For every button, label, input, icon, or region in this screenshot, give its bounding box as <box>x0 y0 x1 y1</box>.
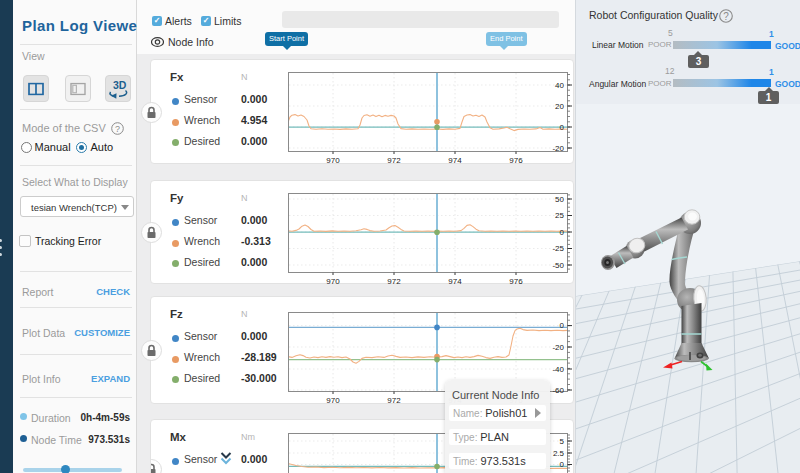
svg-text:972: 972 <box>387 396 401 405</box>
svg-text:976: 976 <box>509 277 523 286</box>
svg-text:0: 0 <box>560 460 565 469</box>
svg-text:?: ? <box>115 124 120 134</box>
svg-text:974: 974 <box>448 277 462 286</box>
svg-text:20: 20 <box>555 102 564 111</box>
svg-text:-25: -25 <box>552 244 564 253</box>
svg-text:40: 40 <box>555 81 564 90</box>
svg-text:976: 976 <box>509 156 523 165</box>
svg-text:-60: -60 <box>552 386 564 395</box>
svg-text:3D: 3D <box>113 79 127 91</box>
svg-text:5: 5 <box>560 437 565 446</box>
svg-text:0: 0 <box>560 321 565 330</box>
svg-text:-40: -40 <box>552 365 564 374</box>
svg-text:-20: -20 <box>552 343 564 352</box>
svg-text:-20: -20 <box>552 144 564 153</box>
svg-text:972: 972 <box>387 156 401 165</box>
svg-text:970: 970 <box>326 156 340 165</box>
svg-text:2.5: 2.5 <box>553 449 565 458</box>
svg-text:974: 974 <box>448 156 462 165</box>
svg-text:50: 50 <box>555 195 564 204</box>
svg-text:0: 0 <box>560 228 565 237</box>
svg-text:970: 970 <box>326 277 340 286</box>
svg-text:25: 25 <box>555 211 564 220</box>
svg-text:972: 972 <box>387 277 401 286</box>
svg-text:-50: -50 <box>552 261 564 270</box>
svg-text:970: 970 <box>326 396 340 405</box>
svg-text:0: 0 <box>560 123 565 132</box>
